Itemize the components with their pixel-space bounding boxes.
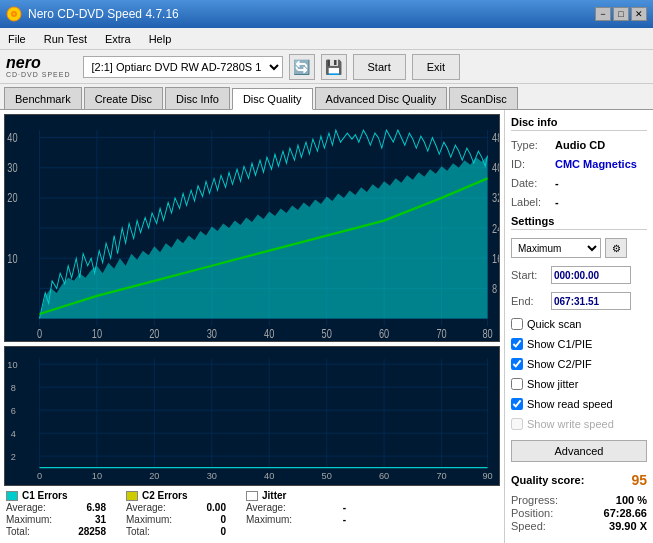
drive-selector[interactable]: [2:1] Optiarc DVD RW AD-7280S 1.01 <box>83 56 283 78</box>
svg-text:60: 60 <box>379 327 389 340</box>
level-selector[interactable]: Maximum <box>511 238 601 258</box>
app-title: Nero CD-DVD Speed 4.7.16 <box>28 7 179 21</box>
disc-label-label: Label: <box>511 196 551 208</box>
refresh-icon[interactable]: 🔄 <box>289 54 315 80</box>
progress-row: Progress: 100 % <box>511 494 647 506</box>
svg-text:10: 10 <box>7 251 17 264</box>
menu-extra[interactable]: Extra <box>101 31 135 47</box>
svg-text:70: 70 <box>436 327 446 340</box>
jitter-label: Jitter <box>262 490 286 501</box>
svg-text:0: 0 <box>37 471 42 481</box>
svg-text:8: 8 <box>11 383 16 393</box>
svg-text:70: 70 <box>436 471 446 481</box>
position-value: 67:28.66 <box>604 507 647 519</box>
svg-text:30: 30 <box>207 471 217 481</box>
svg-text:0: 0 <box>37 327 42 340</box>
disc-label-row: Label: - <box>511 196 647 208</box>
tab-create-disc[interactable]: Create Disc <box>84 87 163 109</box>
menu-bar: File Run Test Extra Help <box>0 28 653 50</box>
c2-stats: C2 Errors Average: 0.00 Maximum: 0 Total… <box>126 490 226 537</box>
c1pie-row: Show C1/PIE <box>511 338 647 350</box>
disc-type-row: Type: Audio CD <box>511 139 647 151</box>
advanced-button[interactable]: Advanced <box>511 440 647 462</box>
svg-text:10: 10 <box>7 360 17 370</box>
svg-rect-39 <box>5 347 499 485</box>
jitter-row: Show jitter <box>511 378 647 390</box>
jitter-max-label: Maximum: <box>246 514 292 525</box>
chart-area: 48 40 32 24 16 8 40 30 20 10 0 10 20 30 … <box>0 110 505 543</box>
c2-max-label: Maximum: <box>126 514 172 525</box>
c1pie-checkbox[interactable] <box>511 338 523 350</box>
c1pie-label: Show C1/PIE <box>527 338 592 350</box>
tab-bar: Benchmark Create Disc Disc Info Disc Qua… <box>0 84 653 110</box>
disc-date-row: Date: - <box>511 177 647 189</box>
tab-advanced-disc-quality[interactable]: Advanced Disc Quality <box>315 87 448 109</box>
svg-text:20: 20 <box>7 191 17 204</box>
error-chart: 48 40 32 24 16 8 40 30 20 10 0 10 20 30 … <box>4 114 500 342</box>
c1-max-label: Maximum: <box>6 514 52 525</box>
nero-logo: nero CD·DVD SPEED <box>6 54 71 79</box>
svg-text:16: 16 <box>492 251 499 264</box>
quickscan-checkbox[interactable] <box>511 318 523 330</box>
close-button[interactable]: ✕ <box>631 7 647 21</box>
quality-label: Quality score: <box>511 474 584 486</box>
tab-disc-info[interactable]: Disc Info <box>165 87 230 109</box>
c2-label: C2 Errors <box>142 490 188 501</box>
c1-total-label: Total: <box>6 526 30 537</box>
c2-avg-label: Average: <box>126 502 166 513</box>
jitter-checkbox[interactable] <box>511 378 523 390</box>
quality-row: Quality score: 95 <box>511 472 647 488</box>
date-value: - <box>555 177 559 189</box>
c2-chart-svg: 10 8 6 4 2 0 10 20 30 40 50 60 70 90 <box>5 347 499 485</box>
svg-text:30: 30 <box>7 161 17 174</box>
c1-total-value: 28258 <box>78 526 106 537</box>
start-input[interactable] <box>551 266 631 284</box>
tab-benchmark[interactable]: Benchmark <box>4 87 82 109</box>
id-label: ID: <box>511 158 551 170</box>
svg-text:40: 40 <box>492 161 499 174</box>
svg-text:30: 30 <box>207 327 217 340</box>
speed-value: 39.90 X <box>609 520 647 532</box>
end-label: End: <box>511 295 547 307</box>
svg-text:40: 40 <box>7 131 17 144</box>
writespeed-row: Show write speed <box>511 418 647 430</box>
speed-row: Speed: 39.90 X <box>511 520 647 532</box>
svg-text:80: 80 <box>482 327 492 340</box>
c2-avg-value: 0.00 <box>207 502 226 513</box>
quickscan-label: Quick scan <box>527 318 581 330</box>
minimize-button[interactable]: − <box>595 7 611 21</box>
writespeed-checkbox[interactable] <box>511 418 523 430</box>
svg-text:20: 20 <box>149 471 159 481</box>
position-label: Position: <box>511 507 553 519</box>
id-value: CMC Magnetics <box>555 158 637 170</box>
readspeed-row: Show read speed <box>511 398 647 410</box>
svg-point-2 <box>13 13 15 15</box>
menu-run-test[interactable]: Run Test <box>40 31 91 47</box>
start-row: Start: <box>511 266 647 284</box>
c2-max-value: 0 <box>220 514 226 525</box>
svg-text:60: 60 <box>379 471 389 481</box>
stats-row: C1 Errors Average: 6.98 Maximum: 31 Tota… <box>4 486 500 539</box>
right-panel: Disc info Type: Audio CD ID: CMC Magneti… <box>505 110 653 543</box>
menu-file[interactable]: File <box>4 31 30 47</box>
app-icon <box>6 6 22 22</box>
menu-help[interactable]: Help <box>145 31 176 47</box>
title-bar: Nero CD-DVD Speed 4.7.16 − □ ✕ <box>0 0 653 28</box>
maximize-button[interactable]: □ <box>613 7 629 21</box>
exit-button[interactable]: Exit <box>412 54 460 80</box>
main-content: 48 40 32 24 16 8 40 30 20 10 0 10 20 30 … <box>0 110 653 543</box>
readspeed-checkbox[interactable] <box>511 398 523 410</box>
disc-info-title: Disc info <box>511 116 647 131</box>
settings-gear-icon[interactable]: ⚙ <box>605 238 627 258</box>
svg-text:2: 2 <box>11 452 16 462</box>
svg-text:24: 24 <box>492 221 499 234</box>
c1-stats: C1 Errors Average: 6.98 Maximum: 31 Tota… <box>6 490 106 537</box>
tab-scan-disc[interactable]: ScanDisc <box>449 87 517 109</box>
c2-chart: 10 8 6 4 2 0 10 20 30 40 50 60 70 90 <box>4 346 500 486</box>
settings-title: Settings <box>511 215 647 230</box>
c2pif-checkbox[interactable] <box>511 358 523 370</box>
tab-disc-quality[interactable]: Disc Quality <box>232 88 313 110</box>
save-icon[interactable]: 💾 <box>321 54 347 80</box>
start-button[interactable]: Start <box>353 54 406 80</box>
end-input[interactable] <box>551 292 631 310</box>
